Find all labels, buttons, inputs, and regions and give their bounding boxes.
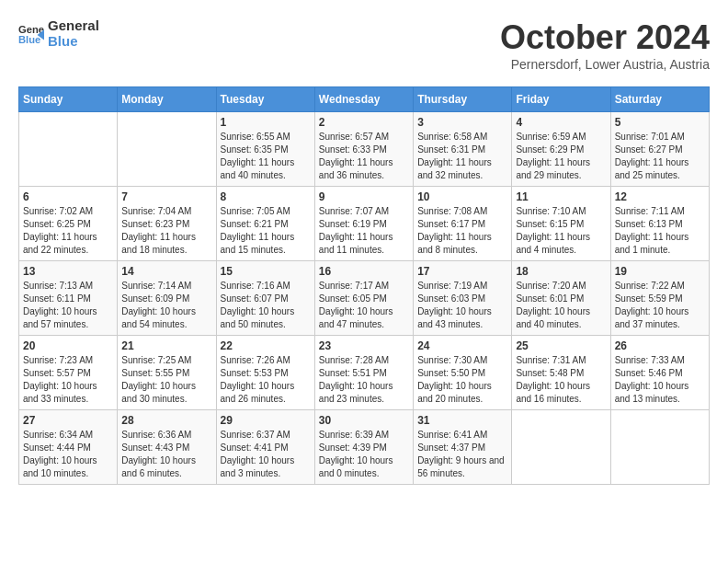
- day-number: 8: [221, 190, 311, 203]
- day-detail: Sunrise: 7:25 AMSunset: 5:55 PMDaylight:…: [121, 354, 211, 406]
- day-detail: Sunrise: 7:26 AMSunset: 5:53 PMDaylight:…: [221, 354, 311, 406]
- day-number: 22: [221, 339, 311, 352]
- weekday-header-row: SundayMondayTuesdayWednesdayThursdayFrid…: [19, 87, 710, 112]
- calendar-cell: 8Sunrise: 7:05 AMSunset: 6:21 PMDaylight…: [216, 187, 314, 261]
- day-number: 16: [319, 265, 409, 278]
- calendar-cell: 17Sunrise: 7:19 AMSunset: 6:03 PMDayligh…: [414, 261, 512, 336]
- day-detail: Sunrise: 6:58 AMSunset: 6:31 PMDaylight:…: [417, 131, 507, 182]
- calendar-cell: 23Sunrise: 7:28 AMSunset: 5:51 PMDayligh…: [314, 336, 413, 410]
- day-number: 29: [221, 414, 311, 427]
- day-number: 3: [417, 116, 507, 129]
- day-number: 6: [23, 190, 113, 203]
- day-detail: Sunrise: 7:10 AMSunset: 6:15 PMDaylight:…: [516, 205, 606, 257]
- day-number: 21: [121, 339, 211, 352]
- day-detail: Sunrise: 7:22 AMSunset: 5:59 PMDaylight:…: [615, 280, 705, 331]
- calendar-cell: 15Sunrise: 7:16 AMSunset: 6:07 PMDayligh…: [216, 261, 314, 336]
- calendar-cell: 25Sunrise: 7:31 AMSunset: 5:48 PMDayligh…: [512, 336, 610, 410]
- calendar-cell: 1Sunrise: 6:55 AMSunset: 6:35 PMDaylight…: [216, 112, 314, 187]
- day-detail: Sunrise: 7:08 AMSunset: 6:17 PMDaylight:…: [417, 205, 507, 257]
- weekday-header: Sunday: [19, 87, 118, 112]
- day-number: 30: [319, 414, 409, 427]
- calendar-cell: 3Sunrise: 6:58 AMSunset: 6:31 PMDaylight…: [414, 112, 512, 187]
- calendar-cell: 26Sunrise: 7:33 AMSunset: 5:46 PMDayligh…: [610, 336, 709, 410]
- day-detail: Sunrise: 6:57 AMSunset: 6:33 PMDaylight:…: [319, 131, 409, 182]
- weekday-header: Wednesday: [314, 87, 413, 112]
- calendar-cell: [118, 112, 216, 187]
- calendar-cell: 29Sunrise: 6:37 AMSunset: 4:41 PMDayligh…: [216, 410, 314, 485]
- calendar-cell: 31Sunrise: 6:41 AMSunset: 4:37 PMDayligh…: [414, 410, 512, 485]
- day-number: 18: [516, 265, 606, 278]
- day-detail: Sunrise: 7:30 AMSunset: 5:50 PMDaylight:…: [417, 354, 507, 406]
- calendar-cell: 6Sunrise: 7:02 AMSunset: 6:25 PMDaylight…: [19, 187, 118, 261]
- day-number: 23: [319, 339, 409, 352]
- page-header: General Blue General Blue October 2024 P…: [18, 18, 710, 72]
- calendar-cell: 22Sunrise: 7:26 AMSunset: 5:53 PMDayligh…: [216, 336, 314, 410]
- svg-text:Blue: Blue: [18, 34, 40, 45]
- calendar-cell: 4Sunrise: 6:59 AMSunset: 6:29 PMDaylight…: [512, 112, 610, 187]
- calendar-cell: 28Sunrise: 6:36 AMSunset: 4:43 PMDayligh…: [118, 410, 216, 485]
- day-number: 5: [615, 116, 705, 129]
- day-number: 2: [319, 116, 409, 129]
- calendar-cell: 30Sunrise: 6:39 AMSunset: 4:39 PMDayligh…: [314, 410, 413, 485]
- day-detail: Sunrise: 7:31 AMSunset: 5:48 PMDaylight:…: [516, 354, 606, 406]
- day-detail: Sunrise: 6:39 AMSunset: 4:39 PMDaylight:…: [319, 429, 409, 480]
- day-detail: Sunrise: 7:33 AMSunset: 5:46 PMDaylight:…: [615, 354, 705, 406]
- day-number: 7: [121, 190, 211, 203]
- logo-line1: General: [48, 18, 99, 34]
- day-detail: Sunrise: 7:23 AMSunset: 5:57 PMDaylight:…: [23, 354, 113, 406]
- title-block: October 2024 Pernersdorf, Lower Austria,…: [500, 18, 710, 72]
- day-number: 10: [417, 190, 507, 203]
- day-number: 24: [417, 339, 507, 352]
- day-number: 19: [615, 265, 705, 278]
- month-title: October 2024: [500, 18, 710, 57]
- day-detail: Sunrise: 7:16 AMSunset: 6:07 PMDaylight:…: [221, 280, 311, 331]
- day-detail: Sunrise: 7:11 AMSunset: 6:13 PMDaylight:…: [615, 205, 705, 257]
- day-number: 4: [516, 116, 606, 129]
- calendar-week-row: 13Sunrise: 7:13 AMSunset: 6:11 PMDayligh…: [19, 261, 710, 336]
- calendar-cell: 21Sunrise: 7:25 AMSunset: 5:55 PMDayligh…: [118, 336, 216, 410]
- weekday-header: Monday: [118, 87, 216, 112]
- weekday-header: Thursday: [414, 87, 512, 112]
- day-detail: Sunrise: 7:05 AMSunset: 6:21 PMDaylight:…: [221, 205, 311, 257]
- day-number: 15: [221, 265, 311, 278]
- day-detail: Sunrise: 7:01 AMSunset: 6:27 PMDaylight:…: [615, 131, 705, 182]
- day-detail: Sunrise: 7:19 AMSunset: 6:03 PMDaylight:…: [417, 280, 507, 331]
- day-number: 12: [615, 190, 705, 203]
- day-detail: Sunrise: 7:28 AMSunset: 5:51 PMDaylight:…: [319, 354, 409, 406]
- calendar-cell: 27Sunrise: 6:34 AMSunset: 4:44 PMDayligh…: [19, 410, 118, 485]
- weekday-header: Friday: [512, 87, 610, 112]
- logo-icon: General Blue: [18, 21, 44, 47]
- day-number: 26: [615, 339, 705, 352]
- calendar-cell: 24Sunrise: 7:30 AMSunset: 5:50 PMDayligh…: [414, 336, 512, 410]
- logo: General Blue General Blue: [18, 18, 99, 49]
- calendar-cell: 2Sunrise: 6:57 AMSunset: 6:33 PMDaylight…: [314, 112, 413, 187]
- day-detail: Sunrise: 6:37 AMSunset: 4:41 PMDaylight:…: [221, 429, 311, 480]
- weekday-header: Tuesday: [216, 87, 314, 112]
- day-detail: Sunrise: 6:55 AMSunset: 6:35 PMDaylight:…: [221, 131, 311, 182]
- day-detail: Sunrise: 7:20 AMSunset: 6:01 PMDaylight:…: [516, 280, 606, 331]
- calendar-cell: 14Sunrise: 7:14 AMSunset: 6:09 PMDayligh…: [118, 261, 216, 336]
- day-detail: Sunrise: 7:17 AMSunset: 6:05 PMDaylight:…: [319, 280, 409, 331]
- day-detail: Sunrise: 7:04 AMSunset: 6:23 PMDaylight:…: [121, 205, 211, 257]
- calendar-week-row: 20Sunrise: 7:23 AMSunset: 5:57 PMDayligh…: [19, 336, 710, 410]
- calendar-cell: 10Sunrise: 7:08 AMSunset: 6:17 PMDayligh…: [414, 187, 512, 261]
- day-detail: Sunrise: 7:13 AMSunset: 6:11 PMDaylight:…: [23, 280, 113, 331]
- calendar-cell: 11Sunrise: 7:10 AMSunset: 6:15 PMDayligh…: [512, 187, 610, 261]
- weekday-header: Saturday: [610, 87, 709, 112]
- day-number: 27: [23, 414, 113, 427]
- calendar-cell: 18Sunrise: 7:20 AMSunset: 6:01 PMDayligh…: [512, 261, 610, 336]
- day-number: 14: [121, 265, 211, 278]
- day-number: 20: [23, 339, 113, 352]
- calendar-cell: [512, 410, 610, 485]
- day-detail: Sunrise: 6:34 AMSunset: 4:44 PMDaylight:…: [23, 429, 113, 480]
- logo-line2: Blue: [48, 34, 99, 50]
- calendar-cell: 5Sunrise: 7:01 AMSunset: 6:27 PMDaylight…: [610, 112, 709, 187]
- day-number: 13: [23, 265, 113, 278]
- calendar-cell: 16Sunrise: 7:17 AMSunset: 6:05 PMDayligh…: [314, 261, 413, 336]
- day-number: 25: [516, 339, 606, 352]
- day-detail: Sunrise: 7:14 AMSunset: 6:09 PMDaylight:…: [121, 280, 211, 331]
- calendar-cell: 19Sunrise: 7:22 AMSunset: 5:59 PMDayligh…: [610, 261, 709, 336]
- day-detail: Sunrise: 6:41 AMSunset: 4:37 PMDaylight:…: [417, 429, 507, 480]
- day-detail: Sunrise: 6:36 AMSunset: 4:43 PMDaylight:…: [121, 429, 211, 480]
- calendar-cell: 7Sunrise: 7:04 AMSunset: 6:23 PMDaylight…: [118, 187, 216, 261]
